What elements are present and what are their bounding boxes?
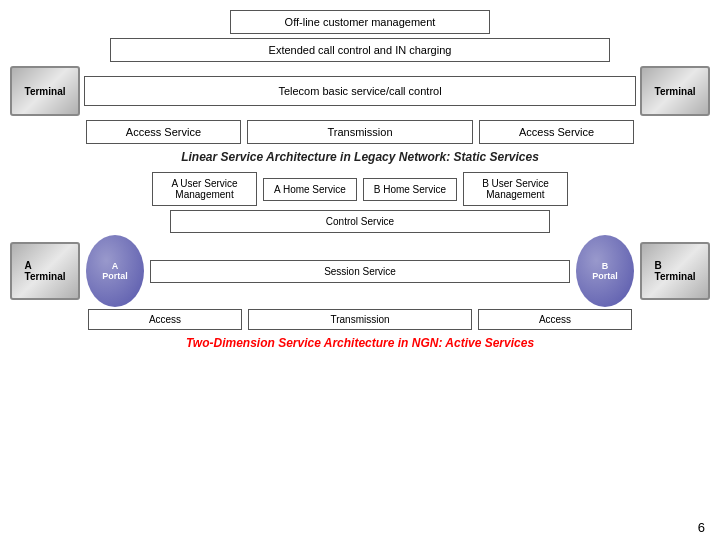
access-right-box: Access	[478, 309, 632, 330]
telecom-row: Terminal Telecom basic service/call cont…	[10, 66, 710, 116]
a-terminal-label: ATerminal	[25, 260, 66, 282]
page-number-text: 6	[698, 520, 705, 535]
transmission-bottom-box: Transmission	[248, 309, 472, 330]
page-wrapper: Off-line customer management Extended ca…	[0, 0, 720, 540]
access-service-left-label: Access Service	[126, 126, 201, 138]
two-dim-title-text: Two-Dimension Service Architecture in NG…	[186, 336, 534, 350]
a-portal-label: APortal	[102, 261, 128, 281]
telecom-basic-label: Telecom basic service/call control	[278, 85, 441, 97]
page-number: 6	[698, 520, 705, 535]
b-terminal-box: BTerminal	[640, 242, 710, 300]
offline-mgmt-box: Off-line customer management	[230, 10, 490, 34]
ngn-middle-row: ATerminal APortal Session Service BPorta…	[10, 235, 710, 307]
a-user-service-label: A User ServiceManagement	[171, 178, 237, 200]
transmission-bottom-label: Transmission	[330, 314, 389, 325]
access-left-box: Access	[88, 309, 242, 330]
terminal-left-box: Terminal	[10, 66, 80, 116]
access-left-label: Access	[149, 314, 181, 325]
access-transmission-row: Access Service Transmission Access Servi…	[86, 120, 634, 144]
access-service-right-label: Access Service	[519, 126, 594, 138]
transmission-label: Transmission	[328, 126, 393, 138]
terminal-right-box: Terminal	[640, 66, 710, 116]
b-terminal-label: BTerminal	[655, 260, 696, 282]
linear-title: Linear Service Architecture in Legacy Ne…	[10, 150, 710, 164]
control-service-label: Control Service	[326, 216, 394, 227]
terminal-right-label: Terminal	[655, 86, 696, 97]
b-portal-oval: BPortal	[576, 235, 634, 307]
b-home-service-box: B Home Service	[363, 178, 457, 201]
a-terminal-box: ATerminal	[10, 242, 80, 300]
access-service-left-box: Access Service	[86, 120, 241, 144]
ngn-bottom-row: Access Transmission Access	[10, 309, 710, 330]
bottom-section: A User ServiceManagement A Home Service …	[10, 172, 710, 350]
ngn-top-row: A User ServiceManagement A Home Service …	[10, 172, 710, 206]
two-dim-title: Two-Dimension Service Architecture in NG…	[10, 336, 710, 350]
telecom-basic-box: Telecom basic service/call control	[84, 76, 636, 106]
a-user-service-box: A User ServiceManagement	[152, 172, 257, 206]
terminal-left-label: Terminal	[25, 86, 66, 97]
extended-call-box: Extended call control and IN charging	[110, 38, 610, 62]
session-service-box: Session Service	[150, 260, 570, 283]
access-service-right-box: Access Service	[479, 120, 634, 144]
b-home-service-label: B Home Service	[374, 184, 446, 195]
control-service-box: Control Service	[170, 210, 550, 233]
transmission-box: Transmission	[247, 120, 473, 144]
b-user-service-label: B User ServiceManagement	[482, 178, 549, 200]
access-right-label: Access	[539, 314, 571, 325]
a-home-service-box: A Home Service	[263, 178, 357, 201]
offline-mgmt-label: Off-line customer management	[285, 16, 436, 28]
extended-call-label: Extended call control and IN charging	[269, 44, 452, 56]
b-user-service-box: B User ServiceManagement	[463, 172, 568, 206]
linear-title-text: Linear Service Architecture in Legacy Ne…	[181, 150, 539, 164]
a-home-service-label: A Home Service	[274, 184, 346, 195]
control-service-row: Control Service	[10, 210, 710, 233]
top-section: Off-line customer management Extended ca…	[10, 10, 710, 164]
b-portal-label: BPortal	[592, 261, 618, 281]
a-portal-oval: APortal	[86, 235, 144, 307]
session-service-label: Session Service	[324, 266, 396, 277]
